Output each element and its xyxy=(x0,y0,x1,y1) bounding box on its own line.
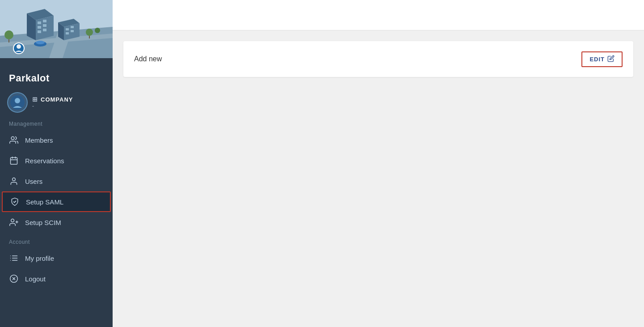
sidebar-item-logout-label: Logout xyxy=(25,275,46,283)
company-info: ⊞ COMPANY - xyxy=(32,96,73,109)
content-area: Add new EDIT xyxy=(113,30,644,327)
svg-rect-11 xyxy=(38,30,41,33)
svg-rect-12 xyxy=(43,29,46,31)
main-content: Add new EDIT xyxy=(113,0,644,327)
person-icon xyxy=(9,176,19,186)
pencil-icon xyxy=(607,55,615,64)
avatar xyxy=(7,92,28,113)
sidebar-hero xyxy=(0,0,113,58)
svg-rect-9 xyxy=(38,26,41,29)
sidebar-item-users[interactable]: Users xyxy=(0,171,113,191)
sidebar-item-my-profile[interactable]: My profile xyxy=(0,248,113,268)
svg-point-21 xyxy=(86,29,93,36)
sidebar-item-my-profile-label: My profile xyxy=(25,255,54,262)
sidebar-item-setup-scim[interactable]: Setup SCIM xyxy=(0,212,113,233)
company-icon: ⊞ xyxy=(32,96,38,103)
edit-button[interactable]: EDIT xyxy=(581,51,623,67)
person-add-icon xyxy=(9,217,19,227)
svg-rect-17 xyxy=(71,26,74,28)
svg-rect-8 xyxy=(43,20,46,22)
svg-rect-16 xyxy=(66,28,69,30)
svg-rect-19 xyxy=(71,30,74,32)
add-new-card: Add new EDIT xyxy=(123,41,633,77)
sidebar-item-logout[interactable]: Logout xyxy=(0,268,113,289)
sidebar-item-reservations-label: Reservations xyxy=(25,157,64,165)
sidebar-header: Parkalot xyxy=(0,58,113,88)
add-new-label: Add new xyxy=(134,55,162,63)
svg-point-22 xyxy=(95,28,100,33)
sidebar-item-members[interactable]: Members xyxy=(0,130,113,150)
sidebar-title: Parkalot xyxy=(9,65,104,88)
svg-rect-10 xyxy=(43,24,46,27)
sidebar-item-members-label: Members xyxy=(25,136,53,144)
svg-rect-18 xyxy=(66,32,69,34)
close-circle-icon xyxy=(9,274,19,284)
company-sub: - xyxy=(32,103,73,109)
svg-point-37 xyxy=(11,219,14,222)
svg-point-36 xyxy=(13,178,16,181)
svg-point-26 xyxy=(36,41,45,44)
sidebar: Parkalot ⊞ COMPANY - Management Members xyxy=(0,0,113,327)
company-name: ⊞ COMPANY xyxy=(32,96,73,103)
svg-point-20 xyxy=(4,30,13,39)
svg-rect-32 xyxy=(11,157,17,164)
svg-point-31 xyxy=(11,137,14,140)
sidebar-item-setup-saml[interactable]: Setup SAML xyxy=(2,191,111,212)
account-section-label: Account xyxy=(0,233,113,248)
users-icon xyxy=(9,135,19,145)
svg-point-28 xyxy=(17,44,21,49)
company-area: ⊞ COMPANY - xyxy=(0,88,113,115)
list-icon xyxy=(9,253,19,263)
calendar-icon xyxy=(9,156,19,166)
sidebar-item-reservations[interactable]: Reservations xyxy=(0,150,113,171)
edit-button-label: EDIT xyxy=(589,56,605,63)
svg-rect-7 xyxy=(38,21,41,24)
svg-point-30 xyxy=(15,98,20,103)
sidebar-item-setup-scim-label: Setup SCIM xyxy=(25,219,61,226)
management-section-label: Management xyxy=(0,115,113,130)
shield-icon xyxy=(10,197,20,207)
topbar xyxy=(113,0,644,30)
sidebar-item-users-label: Users xyxy=(25,178,42,185)
sidebar-item-setup-saml-label: Setup SAML xyxy=(26,198,63,206)
